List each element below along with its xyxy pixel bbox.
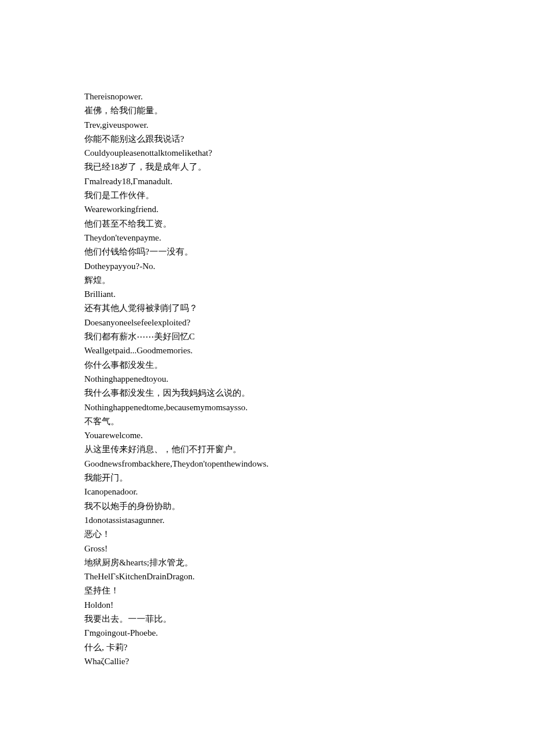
text-line: Nothinghappenedtome,becausemymomsaysso. (84, 400, 535, 414)
text-line: Weallgetpaid...Goodmemories. (84, 343, 535, 357)
text-line: 什么, 卡莉? (84, 640, 535, 654)
text-line: 1donotassistasagunner. (84, 513, 535, 527)
text-line: Doesanyoneelsefeelexploited? (84, 316, 535, 329)
text-line: 从这里传来好消息、，他们不打开窗户。 (84, 442, 535, 456)
text-line: 我已经18岁了，我是成年人了。 (84, 160, 535, 174)
text-line: 他们付钱给你吗?一一没有。 (84, 245, 535, 259)
text-line: 我能开门。 (84, 471, 535, 485)
text-line: Icanopenadoor. (84, 485, 535, 499)
text-line: 我们是工作伙伴。 (84, 188, 535, 202)
text-line: TheHelΓsKitchenDrainDragon. (84, 569, 535, 583)
text-line: 地狱厨房&hearts;排水管龙。 (84, 556, 535, 569)
text-line: 我要出去。一一菲比。 (84, 612, 535, 626)
text-line: 我们都有薪水⋯⋯美好回忆C (84, 329, 535, 343)
text-line: Holdon! (84, 598, 535, 612)
text-line: Γmalready18,Γmanadult. (84, 174, 535, 188)
text-line: 辉煌。 (84, 273, 535, 287)
text-line: 崔佛，给我们能量。 (84, 103, 535, 117)
text-line: 不客气。 (84, 414, 535, 428)
text-line: WhaζCallie? (84, 654, 535, 668)
text-line: Couldyoupleasenottalktomelikethat? (84, 146, 535, 160)
text-line: 还有其他人觉得被剥削了吗？ (84, 301, 535, 315)
text-line: Thereisnopower. (84, 89, 535, 103)
text-line: Weareworkingfriend. (84, 202, 535, 216)
text-line: Nothinghappenedtoyou. (84, 372, 535, 386)
text-line: Gross! (84, 542, 535, 556)
text-line: Γmgoingout-Phoebe. (84, 626, 535, 640)
text-line: Brilliant. (84, 287, 535, 301)
text-line: 恶心！ (84, 527, 535, 541)
text-line: Youarewelcome. (84, 428, 535, 442)
document-page: Thereisnopower. 崔佛，给我们能量。 Trev,giveuspow… (0, 0, 535, 668)
text-line: Goodnewsfrombackhere,Theydon'topenthewin… (84, 457, 535, 471)
text-line: 你什么事都没发生。 (84, 358, 535, 372)
text-line: 我什么事都没发生，因为我妈妈这么说的。 (84, 386, 535, 400)
text-line: 坚持住！ (84, 583, 535, 597)
text-line: Trev,giveuspower. (84, 118, 535, 132)
text-line: Theydon'tevenpayme. (84, 231, 535, 245)
text-line: 我不以炮手的身份协助。 (84, 499, 535, 513)
text-line: 你能不能别这么跟我说话? (84, 132, 535, 146)
text-line: 他们甚至不给我工资。 (84, 217, 535, 231)
text-line: Dotheypayyou?-No. (84, 259, 535, 273)
